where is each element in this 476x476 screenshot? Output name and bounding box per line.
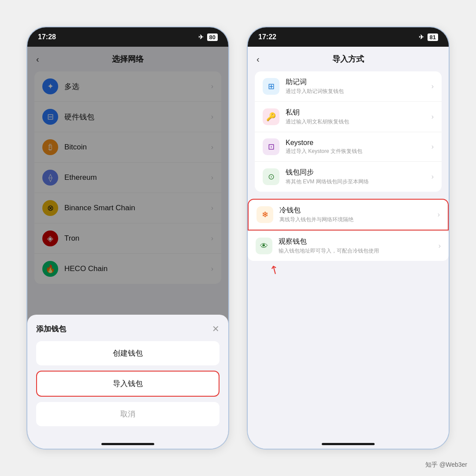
import-item-keystore[interactable]: ⊡ Keystore 通过导入 Keystore 文件恢复钱包 ›: [255, 132, 442, 162]
import-desc-mnemonic: 通过导入助记词恢复钱包: [286, 88, 431, 95]
import-icon-keystore: ⊡: [263, 138, 279, 155]
import-chevron-sync: ›: [431, 173, 434, 181]
watermark: 知乎 @Web3er: [425, 461, 467, 469]
import-wallet-button[interactable]: 导入钱包: [36, 371, 219, 397]
import-name-private-key: 私钥: [286, 108, 431, 117]
observe-wallet-name: 观察钱包: [279, 237, 439, 246]
back-button-2[interactable]: ‹: [257, 54, 260, 64]
import-text-private-key: 私钥 通过输入明文私钥恢复钱包: [286, 108, 431, 126]
import-name-mnemonic: 助记词: [286, 78, 431, 87]
home-bar-2: [322, 443, 375, 445]
import-text-keystore: Keystore 通过导入 Keystore 文件恢复钱包: [286, 139, 431, 155]
import-chevron-private-key: ›: [431, 113, 434, 121]
import-item-private-key[interactable]: 🔑 私钥 通过输入明文私钥恢复钱包 ›: [255, 102, 442, 132]
modal-close-button[interactable]: ✕: [212, 324, 219, 334]
cold-wallet-text: 冷钱包 离线导入钱包并与网络环境隔绝: [279, 206, 438, 223]
home-indicator-2: [248, 439, 449, 449]
airplane-icon-2: ✈: [419, 33, 424, 41]
battery-2: 81: [428, 33, 438, 41]
import-desc-keystore: 通过导入 Keystore 文件恢复钱包: [286, 148, 431, 155]
cold-wallet-name: 冷钱包: [279, 206, 438, 215]
modal-title: 添加钱包: [36, 324, 66, 334]
cold-wallet-item[interactable]: ❄ 冷钱包 离线导入钱包并与网络环境隔绝 ›: [248, 199, 449, 231]
status-bar-2: 17:22 ✈ 81: [248, 27, 449, 47]
cold-wallet-chevron: ›: [438, 211, 440, 219]
import-icon-private-key: 🔑: [263, 108, 279, 125]
phone2-content: ‹ 导入方式 ⊞ 助记词 通过导入助记词恢复钱包 › 🔑 私钥 通过输入明文私钥…: [248, 47, 449, 439]
home-bar-1: [101, 443, 154, 445]
phone1: 17:28 ✈ 80 ‹ 选择网络 ✦ 多选 › ⊟ 硬件钱包 › ₿ Bitc…: [26, 26, 229, 450]
status-icons-2: ✈ 81: [419, 33, 438, 41]
import-desc-private-key: 通过输入明文私钥恢复钱包: [286, 118, 431, 126]
modal-overlay: 添加钱包 ✕ 创建钱包 导入钱包 取消: [27, 47, 228, 439]
observe-wallet-desc: 输入钱包地址即可导入，可配合冷钱包使用: [279, 247, 439, 255]
observe-wallet-chevron: ›: [439, 242, 441, 250]
observe-wallet-item[interactable]: 👁 观察钱包 输入钱包地址即可导入，可配合冷钱包使用 ›: [248, 231, 449, 261]
nav-header-2: ‹ 导入方式: [248, 47, 449, 71]
import-name-sync: 钱包同步: [286, 168, 431, 177]
import-icon-mnemonic: ⊞: [263, 78, 279, 95]
time-2: 17:22: [258, 33, 276, 41]
status-bar-1: 17:28 ✈ 80: [27, 27, 228, 47]
phone2: 17:22 ✈ 81 ‹ 导入方式 ⊞ 助记词 通过导入助记词恢复钱包 › 🔑 …: [247, 26, 450, 450]
page-title-2: 导入方式: [332, 54, 364, 64]
import-item-mnemonic[interactable]: ⊞ 助记词 通过导入助记词恢复钱包 ›: [255, 71, 442, 102]
import-icon-sync: ⊙: [263, 168, 279, 185]
red-arrow-2: ↗: [267, 262, 283, 279]
add-wallet-modal: 添加钱包 ✕ 创建钱包 导入钱包 取消: [27, 315, 228, 439]
modal-header: 添加钱包 ✕: [36, 324, 219, 334]
special-methods-wrapper: ❄ 冷钱包 离线导入钱包并与网络环境隔绝 › ↗ 👁 观察钱包 输入钱包地址即可…: [248, 199, 449, 261]
cancel-button[interactable]: 取消: [36, 402, 219, 426]
phone1-content: ‹ 选择网络 ✦ 多选 › ⊟ 硬件钱包 › ₿ Bitcoin › ⟠ Eth…: [27, 47, 228, 439]
airplane-icon-1: ✈: [198, 33, 204, 41]
status-icons-1: ✈ 80: [198, 33, 218, 41]
battery-1: 80: [207, 33, 218, 41]
import-text-mnemonic: 助记词 通过导入助记词恢复钱包: [286, 78, 431, 95]
import-desc-sync: 将其他 EVM 网络钱包同步至本网络: [286, 178, 431, 186]
import-name-keystore: Keystore: [286, 139, 431, 147]
observe-wallet-icon: 👁: [256, 238, 272, 254]
import-text-sync: 钱包同步 将其他 EVM 网络钱包同步至本网络: [286, 168, 431, 186]
cold-wallet-icon: ❄: [257, 206, 273, 223]
create-wallet-button[interactable]: 创建钱包: [36, 341, 219, 365]
observe-wallet-text: 观察钱包 输入钱包地址即可导入，可配合冷钱包使用: [279, 237, 439, 255]
special-list-container: ❄ 冷钱包 离线导入钱包并与网络环境隔绝 › ↗ 👁 观察钱包 输入钱包地址即可…: [248, 199, 449, 261]
home-indicator-1: [27, 439, 228, 449]
time-1: 17:28: [38, 33, 56, 41]
cold-wallet-desc: 离线导入钱包并与网络环境隔绝: [279, 216, 438, 223]
import-methods-list: ⊞ 助记词 通过导入助记词恢复钱包 › 🔑 私钥 通过输入明文私钥恢复钱包 › …: [255, 71, 442, 192]
import-chevron-keystore: ›: [431, 143, 434, 151]
import-item-sync[interactable]: ⊙ 钱包同步 将其他 EVM 网络钱包同步至本网络 ›: [255, 162, 442, 192]
import-chevron-mnemonic: ›: [431, 82, 434, 90]
